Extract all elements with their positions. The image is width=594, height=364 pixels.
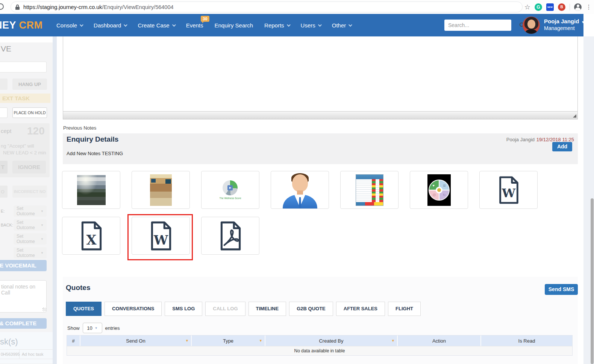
ignore-button[interactable]: IGNORE (12, 161, 46, 174)
accept-button-partial[interactable]: T (0, 161, 8, 174)
save-complete-button[interactable]: & COMPLETE (0, 318, 47, 329)
incorrect-no-button[interactable]: INCORRECT NO (12, 186, 47, 198)
quotes-section: Quotes Send SMS QUOTES CONVERSATIONS SMS… (63, 277, 578, 364)
quotes-table: # Send On▼ Type▼ Created By▼ Action Is R… (67, 335, 573, 356)
task-row[interactable] (0, 359, 53, 364)
call-notes-textarea[interactable] (0, 280, 47, 313)
hang-up-button[interactable]: HANG UP (12, 79, 47, 90)
column-header-index[interactable]: # (67, 335, 80, 346)
textarea-resize-grip-icon[interactable] (42, 308, 46, 311)
nav-item-dashboard[interactable]: Dashboard (94, 22, 126, 29)
set-outcome-dropdown[interactable]: Set Outcome▼ (14, 233, 47, 245)
show-label: Show (67, 325, 80, 331)
page-scrollbar-thumb[interactable] (591, 198, 594, 364)
attachment-person-avatar[interactable] (271, 171, 329, 209)
tab-after-sales[interactable]: AFTER SALES (336, 302, 385, 316)
set-outcome-dropdown[interactable]: Set Outcome▼ (14, 205, 47, 217)
set-outcome-dropdown[interactable]: Set Outcome▼ (14, 219, 47, 231)
nav-item-enquiry-search[interactable]: Enquiry Search (215, 22, 253, 29)
page-size-select[interactable]: 10▼ (83, 323, 102, 333)
chevron-down-icon (287, 23, 291, 27)
sidebar-cut-button[interactable] (0, 107, 8, 118)
tab-flight[interactable]: FLIGHT (388, 302, 421, 316)
chrome-divider (570, 4, 570, 11)
task-id: 0H563995 (0, 350, 20, 359)
reload-icon[interactable] (0, 3, 4, 10)
select-caret-icon: ▼ (95, 326, 98, 330)
nav-item-reports[interactable]: Reports (264, 22, 289, 29)
tab-quotes[interactable]: QUOTES (66, 302, 102, 316)
column-header-action[interactable]: Action (398, 335, 481, 346)
task-row[interactable]: 0H563995 Ad hoc task (0, 349, 53, 359)
chevron-down-icon (172, 23, 176, 27)
attachment-puzzle-graphic[interactable]: ♥ ⊞ @ ↻ (410, 171, 468, 209)
send-sms-button[interactable]: Send SMS (545, 284, 578, 295)
quotes-tabs: QUOTES CONVERSATIONS SMS LOG CALL LOG TI… (66, 302, 421, 316)
nav-item-other[interactable]: Other (332, 22, 352, 29)
tab-g2b-quote[interactable]: G2B QUOTE (289, 302, 333, 316)
tab-sms-log[interactable]: SMS LOG (165, 302, 202, 316)
browser-chrome: https://staging.journey-crm.co.uk/Enquir… (0, 0, 594, 14)
nav-item-console[interactable]: Console (56, 22, 82, 29)
attachment-pdf-document[interactable] (201, 217, 259, 255)
search-input[interactable] (444, 22, 519, 28)
tab-conversations[interactable]: CONVERSATIONS (105, 302, 162, 316)
attachment-excel-document[interactable]: X (62, 217, 120, 255)
dropdown-caret-icon: ▼ (41, 210, 44, 213)
leave-voicemail-button[interactable]: E VOICEMAIL (0, 260, 47, 271)
notes-editor-area[interactable] (63, 36, 578, 119)
editor-horizontal-scrollbar[interactable] (63, 111, 577, 119)
add-note-button[interactable]: Add (552, 142, 572, 151)
chevron-down-icon (349, 23, 352, 27)
accept-lead-panel: cept 120 ng "Accept" will NEW LEAD < 2 m… (0, 123, 50, 177)
grammarly-extension-icon[interactable]: G (535, 3, 542, 11)
column-header-is-read[interactable]: Is Read (481, 335, 572, 346)
enquiry-details-panel: Enquiry Details Pooja Jangid 19/12/2018 … (63, 133, 578, 164)
excel-file-icon: X (78, 221, 105, 251)
attachment-word-document[interactable]: W (479, 171, 538, 209)
attachment-wellness-logo[interactable]: The Wellness Score (201, 171, 259, 209)
column-header-send-on[interactable]: Send On▼ (80, 335, 192, 346)
entries-label: entries (105, 325, 120, 331)
editor-resize-grip-icon[interactable] (573, 114, 576, 118)
sidebar-heading-partial: VE (1, 44, 11, 53)
address-bar[interactable]: https://staging.journey-crm.co.uk/Enquir… (11, 2, 523, 12)
app-navbar: NEY CRM Console Dashboard Create Case Ev… (0, 14, 583, 36)
new-extension-icon[interactable]: NEW (546, 3, 554, 11)
nav-item-create-case[interactable]: Create Case (138, 22, 174, 29)
chrome-menu-icon[interactable]: ⋮ (586, 3, 592, 11)
svg-text:W: W (501, 186, 515, 200)
word-file-icon: W (496, 176, 521, 204)
pdf-file-icon (217, 221, 244, 251)
tab-call-log: CALL LOG (205, 302, 245, 316)
bookmark-star-icon[interactable]: ☆ (524, 3, 530, 11)
sort-icon: ▼ (185, 339, 189, 343)
column-header-created-by[interactable]: Created By▼ (265, 335, 398, 346)
sidebar-cut-button[interactable] (0, 79, 8, 90)
app-logo[interactable]: NEY CRM (0, 20, 43, 31)
user-menu[interactable]: Pooja Jangid▾ Management (544, 18, 584, 31)
browser-profile-icon[interactable] (574, 3, 582, 11)
nav-item-users[interactable]: Users (301, 22, 321, 29)
correct-no-button-partial[interactable]: O (0, 186, 8, 198)
attachment-interior-photo[interactable] (132, 171, 190, 209)
sidebar-scrollbar[interactable] (53, 36, 57, 364)
user-avatar[interactable] (523, 17, 540, 34)
dropdown-caret-icon: ▼ (41, 224, 44, 227)
url-path: /Enquiry/ViewEnquiry/564004 (102, 4, 174, 10)
at-icon: @ (433, 193, 436, 197)
nav-item-events[interactable]: Events30 (186, 22, 203, 29)
set-outcome-dropdown[interactable]: Set Outcome▼ (14, 247, 47, 258)
attachment-landscape-photo[interactable] (62, 171, 120, 209)
next-task-header: EXT TASK (0, 94, 50, 103)
column-header-type[interactable]: Type▼ (192, 335, 265, 346)
tab-timeline[interactable]: TIMELINE (249, 302, 286, 316)
place-on-hold-button[interactable]: PLACE ON HOLD (12, 107, 47, 118)
wellness-disc-icon (223, 180, 238, 195)
global-search (444, 20, 511, 31)
sidebar-background (0, 42, 53, 364)
red-extension-icon[interactable]: B (558, 3, 565, 11)
task-type: Ad hoc task (20, 352, 43, 356)
sidebar-text-input[interactable] (0, 62, 47, 72)
attachment-spreadsheet[interactable] (340, 171, 399, 209)
